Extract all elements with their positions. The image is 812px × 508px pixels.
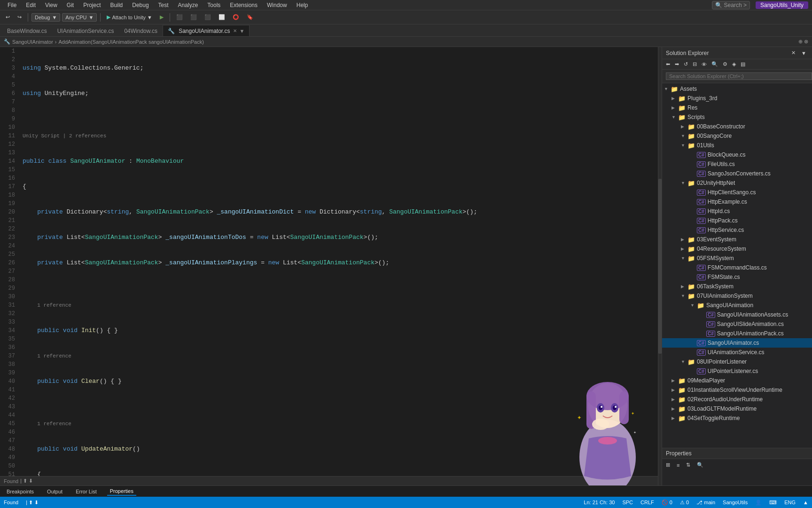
code-editor[interactable]: 1 2 3 4 5 6 7 8 9 10 11 12 13 14 15 16 1… bbox=[0, 47, 662, 485]
search-box[interactable]: 🔍 Search > bbox=[712, 1, 750, 9]
folder-icon-03event: 📁 bbox=[687, 236, 695, 243]
panel-options-btn[interactable]: ▼ bbox=[799, 49, 808, 57]
panel-toolbar: ⬅ ➡ ↺ ⊟ 👁 🔍 ⚙ ◈ ▤ bbox=[662, 59, 812, 70]
tree-res[interactable]: ▶ 📁 Res bbox=[662, 103, 812, 112]
search-solution-input[interactable] bbox=[666, 72, 812, 80]
props-grid-btn[interactable]: ⊞ bbox=[664, 461, 672, 469]
menu-git[interactable]: Git bbox=[63, 1, 78, 9]
tab-basewindow[interactable]: BaseWindow.cs bbox=[2, 25, 52, 36]
tree-08pointer[interactable]: ▼ 📁 08UIPointerListener bbox=[662, 357, 812, 366]
panel-close-btn[interactable]: ✕ bbox=[789, 49, 797, 57]
tree-httpservice[interactable]: ▶ C# HttpService.cs bbox=[662, 225, 812, 235]
toolbar-extra-4[interactable]: ⬜ bbox=[216, 13, 228, 21]
tab-uianimationservice[interactable]: UIAnimationService.cs bbox=[52, 25, 119, 36]
tree-assets[interactable]: ▼ 📁 Assets bbox=[662, 84, 812, 94]
panel-settings-btn[interactable]: ⚙ bbox=[721, 60, 729, 68]
properties-title: Properties bbox=[666, 450, 692, 457]
tree-sangoanimator-cs[interactable]: ▶ C# SangoUIAnimator.cs bbox=[662, 338, 812, 348]
scrollbar-thumb[interactable] bbox=[658, 179, 662, 354]
panel-collapse-btn[interactable]: ⊟ bbox=[691, 60, 699, 68]
props-filter-btn[interactable]: 🔍 bbox=[695, 461, 705, 469]
folder-icon-assets: 📁 bbox=[671, 86, 678, 93]
config-dropdown[interactable]: Debug ▼ bbox=[31, 13, 60, 22]
bottom-tab-errorlist[interactable]: Error List bbox=[73, 488, 100, 495]
toolbar-extra-3[interactable]: ⬛ bbox=[202, 13, 214, 21]
tree-scripts[interactable]: ▼ 📁 Scripts bbox=[662, 112, 812, 122]
tab-options-icon[interactable]: ▼ bbox=[240, 28, 245, 34]
menu-project[interactable]: Project bbox=[79, 1, 104, 9]
tree-arrow-07ui: ▼ bbox=[681, 294, 687, 298]
props-list-btn[interactable]: ≡ bbox=[675, 461, 681, 469]
code-content-area[interactable]: using System.Collections.Generic; using … bbox=[19, 47, 662, 476]
tree-plugins3rd[interactable]: ▶ 📁 Plugins_3rd bbox=[662, 94, 812, 103]
redo-btn[interactable]: ↪ bbox=[15, 13, 24, 21]
undo-btn[interactable]: ↩ bbox=[3, 13, 13, 21]
tree-httpexample[interactable]: ▶ C# HttpExample.cs bbox=[662, 197, 812, 206]
tree-fsmstate[interactable]: ▶ C# FSMState.cs bbox=[662, 272, 812, 282]
tree-sangoassets[interactable]: ▶ C# SangoUIAnimationAssets.cs bbox=[662, 310, 812, 319]
panel-filter-btn[interactable]: 🔍 bbox=[710, 60, 720, 68]
run-btn[interactable]: ▶ bbox=[157, 13, 166, 21]
tree-sangoslide[interactable]: ▶ C# SangoUISlideAnimation.cs bbox=[662, 319, 812, 329]
tree-02record[interactable]: ▶ 📁 02RecordAudioUnderRuntime bbox=[662, 395, 812, 404]
tree-02unity[interactable]: ▼ 📁 02UnityHttpNet bbox=[662, 178, 812, 188]
menu-edit[interactable]: Edit bbox=[22, 1, 39, 9]
panel-preview-btn[interactable]: ▤ bbox=[739, 60, 747, 68]
menu-extensions[interactable]: Extensions bbox=[226, 1, 261, 9]
tree-blockqueue[interactable]: ▶ C# BlockQueue.cs bbox=[662, 150, 812, 159]
tab-close-btn[interactable]: ✕ bbox=[233, 28, 237, 33]
tree-01utils[interactable]: ▼ 📁 01Utils bbox=[662, 141, 812, 150]
tree-sangojson[interactable]: ▶ C# SangoJsonConverters.cs bbox=[662, 169, 812, 178]
bottom-tab-breakpoints[interactable]: Breakpoints bbox=[4, 488, 37, 495]
tree-01instantiate[interactable]: ▶ 📁 01InstantiateScrollViewUnderRuntime bbox=[662, 385, 812, 395]
platform-dropdown[interactable]: Any CPU ▼ bbox=[62, 13, 97, 22]
panel-refresh-btn[interactable]: ↺ bbox=[682, 60, 690, 68]
tree-sangopack[interactable]: ▶ C# SangoUIAnimationPack.cs bbox=[662, 329, 812, 338]
menu-build[interactable]: Build bbox=[107, 1, 127, 9]
menu-view[interactable]: View bbox=[41, 1, 61, 9]
tree-07ui[interactable]: ▼ 📁 07UIAnimationSystem bbox=[662, 291, 812, 301]
tree-fsmcommand[interactable]: ▶ C# FSMCommandClass.cs bbox=[662, 263, 812, 272]
panel-back-btn[interactable]: ⬅ bbox=[664, 60, 672, 68]
attach-unity-btn[interactable]: ▶ Attach to Unity ▼ bbox=[104, 13, 155, 21]
tree-httppack[interactable]: ▶ C# HttpPack.cs bbox=[662, 216, 812, 225]
tree-03event[interactable]: ▶ 📁 03EventSystem bbox=[662, 235, 812, 244]
tree-00base[interactable]: ▶ 📁 00BaseConstructor bbox=[662, 122, 812, 131]
tree-05fsm[interactable]: ▼ 📁 05FSMSystem bbox=[662, 254, 812, 263]
tree-04set[interactable]: ▶ 📁 04SetToggleRuntime bbox=[662, 413, 812, 423]
properties-header: Properties bbox=[662, 448, 812, 459]
panel-forward-btn[interactable]: ➡ bbox=[673, 60, 681, 68]
menu-test[interactable]: Test bbox=[155, 1, 172, 9]
toolbar-extra-1[interactable]: ⬛ bbox=[173, 13, 186, 21]
toolbar-bookmark-btn[interactable]: 🔖 bbox=[244, 13, 256, 21]
panel-git-btn[interactable]: ◈ bbox=[730, 60, 738, 68]
menu-analyze[interactable]: Analyze bbox=[174, 1, 202, 9]
tree-uipointerlistener[interactable]: ▶ C# UIPointerListener.cs bbox=[662, 366, 812, 376]
menu-file[interactable]: File bbox=[4, 1, 20, 9]
tree-fileutils[interactable]: ▶ C# FileUtils.cs bbox=[662, 159, 812, 169]
tree-arrow-09media: ▶ bbox=[671, 378, 678, 383]
tree-09media[interactable]: ▶ 📁 09MediaPlayer bbox=[662, 376, 812, 385]
menu-debug[interactable]: Debug bbox=[128, 1, 152, 9]
toolbar-breakpoint-btn[interactable]: ⭕ bbox=[230, 13, 242, 21]
bottom-tab-output[interactable]: Output bbox=[44, 488, 65, 495]
tree-uianimationservice-cs[interactable]: ▶ C# UIAnimationService.cs bbox=[662, 348, 812, 357]
scrollbar-vertical[interactable] bbox=[658, 47, 662, 485]
tree-03load[interactable]: ▶ 📁 03LoadGLTFModelRuntime bbox=[662, 404, 812, 413]
tree-06task[interactable]: ▶ 📁 06TaskSystem bbox=[662, 282, 812, 291]
menu-help[interactable]: Help bbox=[293, 1, 312, 9]
tree-httpclient[interactable]: ▶ C# HttpClientSango.cs bbox=[662, 188, 812, 197]
props-sort-btn[interactable]: ⇅ bbox=[684, 461, 692, 469]
tab-sangoui-animator[interactable]: 🔧 SangoUIAnimator.cs ✕ ▼ bbox=[163, 25, 250, 36]
toolbar-extra-2[interactable]: ⬛ bbox=[187, 13, 200, 21]
tree-httpid[interactable]: ▶ C# HttpId.cs bbox=[662, 206, 812, 216]
tree-sangoui-folder[interactable]: ▼ 📁 SangoUIAnimation bbox=[662, 301, 812, 310]
folder-icon-01utils: 📁 bbox=[687, 142, 695, 149]
tab-04window[interactable]: 04Window.cs bbox=[119, 25, 163, 36]
tree-04resource[interactable]: ▶ 📁 04ResourceSystem bbox=[662, 244, 812, 254]
tree-00sango[interactable]: ▼ 📁 00SangoCore bbox=[662, 131, 812, 141]
menu-window[interactable]: Window bbox=[263, 1, 291, 9]
bottom-tab-properties[interactable]: Properties bbox=[107, 487, 136, 496]
menu-tools[interactable]: Tools bbox=[203, 1, 224, 9]
panel-show-all-btn[interactable]: 👁 bbox=[700, 61, 709, 68]
